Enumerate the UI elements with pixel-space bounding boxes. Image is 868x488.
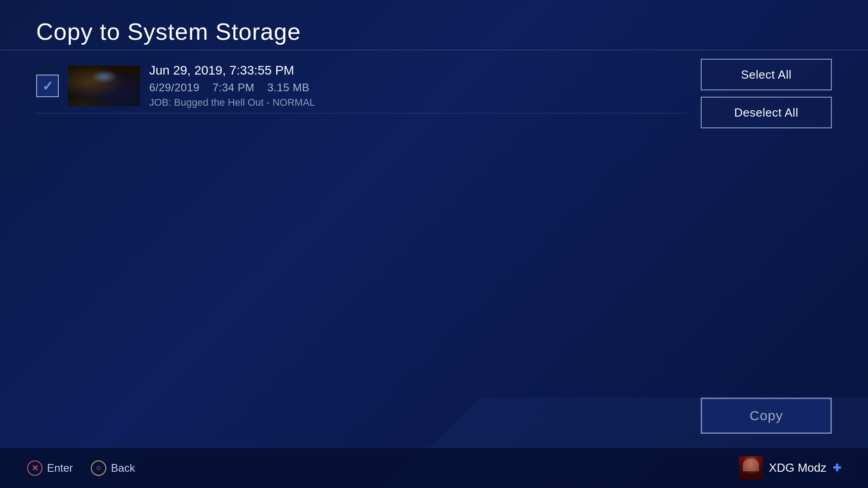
save-job: JOB: Bugged the Hell Out - NORMAL [149, 97, 687, 108]
copy-button-container: Copy [701, 398, 832, 434]
action-buttons: Select All Deselect All [701, 59, 832, 128]
enter-control: ✕ Enter [27, 460, 73, 476]
back-control: ○ Back [91, 460, 135, 476]
save-checkbox[interactable] [36, 75, 59, 97]
o-button-icon: ○ [91, 460, 106, 476]
enter-label: Enter [47, 462, 73, 474]
save-info: Jun 29, 2019, 7:33:55 PM 6/29/2019 7:34 … [149, 63, 687, 108]
save-meta: 6/29/2019 7:34 PM 3.15 MB [149, 81, 687, 94]
save-time: 7:34 PM [212, 81, 255, 94]
table-row[interactable]: Jun 29, 2019, 7:33:55 PM 6/29/2019 7:34 … [36, 59, 687, 113]
save-date: 6/29/2019 [149, 81, 199, 94]
ps-plus-icon: ✚ [833, 462, 841, 474]
avatar [739, 456, 763, 480]
save-list: Jun 29, 2019, 7:33:55 PM 6/29/2019 7:34 … [36, 59, 687, 443]
save-size: 3.15 MB [268, 81, 310, 94]
x-button-icon: ✕ [27, 460, 42, 476]
deselect-all-button[interactable]: Deselect All [701, 97, 832, 128]
bottom-controls: ✕ Enter ○ Back [27, 460, 135, 476]
save-thumbnail [68, 66, 140, 106]
username: XDG Modz [769, 461, 826, 475]
select-all-button[interactable]: Select All [701, 59, 832, 90]
title-divider [0, 50, 868, 50]
bottom-bar: ✕ Enter ○ Back XDG Modz ✚ [0, 447, 868, 488]
save-title: Jun 29, 2019, 7:33:55 PM [149, 63, 687, 78]
user-info: XDG Modz ✚ [739, 456, 841, 480]
back-label: Back [111, 462, 135, 474]
copy-button[interactable]: Copy [701, 398, 832, 434]
page-title: Copy to System Storage [36, 18, 301, 45]
